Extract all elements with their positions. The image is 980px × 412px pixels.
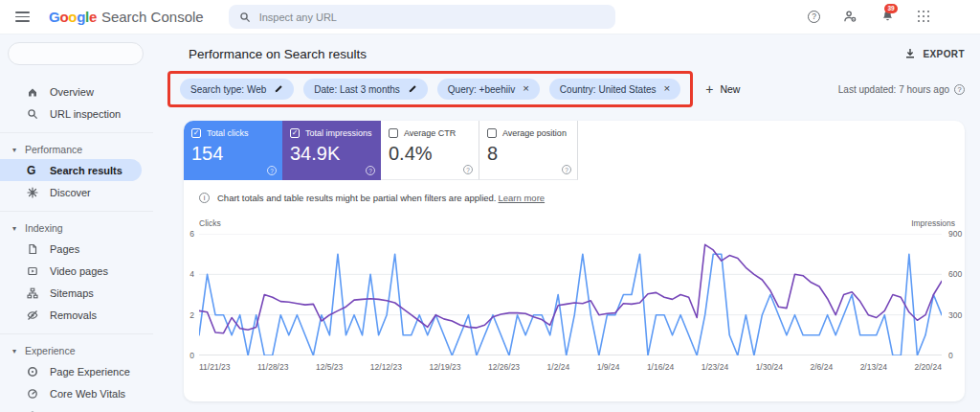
- filter-chip-date[interactable]: Date: Last 3 months: [303, 79, 428, 100]
- notifications-bell-icon[interactable]: 39: [880, 10, 895, 24]
- y-axis-tick-left: 6: [189, 230, 194, 239]
- x-axis-tick: 11/28/23: [257, 362, 288, 372]
- sidebar-item-url-inspection[interactable]: URL inspection: [0, 103, 153, 125]
- new-filter-button[interactable]: + New: [705, 82, 740, 96]
- metric-value: 34.9K: [290, 143, 373, 165]
- apps-grid-icon[interactable]: [918, 11, 930, 23]
- sidebar-section-indexing[interactable]: ▾ Indexing: [0, 218, 153, 238]
- y-axis-tick-left: 2: [189, 310, 194, 319]
- sidebar-item-removals[interactable]: Removals: [0, 304, 153, 326]
- metric-tile-total-impressions[interactable]: ✓Total impressions 34.9K ?: [282, 121, 381, 180]
- y-axis-tick-right: 0: [948, 352, 953, 360]
- annotation-highlight-box: Search type: Web Date: Last 3 months Que…: [167, 71, 693, 107]
- y-axis-tick-right: 300: [948, 310, 962, 319]
- magnifier-icon: [27, 108, 39, 120]
- property-selector[interactable]: [8, 42, 144, 65]
- pencil-icon[interactable]: [408, 84, 417, 94]
- x-axis-tick: 12/19/23: [429, 362, 460, 372]
- page-title: Performance on Search results: [189, 47, 367, 61]
- product-name: Search Console: [101, 9, 204, 25]
- divider: [0, 211, 153, 212]
- y-axis-tick-right: 600: [948, 270, 962, 279]
- filter-chip-search-type[interactable]: Search type: Web: [180, 79, 294, 100]
- filter-chip-query[interactable]: Query: +beehiiv ×: [437, 79, 540, 100]
- checkbox-unchecked-icon[interactable]: [487, 128, 497, 138]
- sidebar-section-performance[interactable]: ▾ Performance: [0, 140, 153, 159]
- section-label: Indexing: [25, 222, 63, 234]
- divider: [0, 132, 153, 133]
- x-axis-tick: 12/5/23: [316, 362, 343, 372]
- sidebar-item-https[interactable]: HTTPS: [0, 404, 153, 412]
- chart-plot-area[interactable]: 64209006003000: [199, 234, 942, 355]
- info-icon[interactable]: ?: [954, 84, 965, 95]
- x-axis-tick: 1/30/24: [756, 362, 783, 372]
- divider: [0, 333, 153, 334]
- x-axis-tick: 2/6/24: [811, 362, 834, 372]
- checkbox-checked-icon[interactable]: ✓: [290, 128, 300, 138]
- x-axis-tick: 1/9/24: [597, 362, 620, 372]
- learn-more-link[interactable]: Learn more: [499, 193, 546, 203]
- info-icon: i: [199, 193, 210, 203]
- sidebar-item-label: Sitemaps: [50, 287, 94, 299]
- app-logo[interactable]: Google Search Console: [49, 9, 204, 25]
- sidebar-item-sitemaps[interactable]: Sitemaps: [0, 282, 153, 304]
- last-updated-text: Last updated: 7 hours ago ?: [838, 84, 965, 95]
- help-icon[interactable]: ?: [808, 11, 820, 23]
- sidebar-item-label: Pages: [50, 243, 79, 255]
- help-icon[interactable]: ?: [267, 166, 277, 175]
- y-axis-tick-right: 900: [948, 230, 962, 239]
- x-axis-labels: 11/21/2311/28/2312/5/2312/12/2312/19/231…: [199, 362, 942, 372]
- sidebar-item-label: Removals: [50, 309, 97, 321]
- metric-tile-average-position[interactable]: Average position 8 ?: [479, 121, 578, 180]
- checkbox-unchecked-icon[interactable]: [389, 128, 398, 138]
- close-icon[interactable]: ×: [523, 83, 529, 95]
- url-inspect-input[interactable]: Inspect any URL: [229, 5, 615, 29]
- sidebar-item-label: Video pages: [50, 265, 108, 277]
- close-icon[interactable]: ×: [663, 83, 670, 95]
- sidebar-item-video-pages[interactable]: Video pages: [0, 260, 153, 282]
- performance-chart: Clicks Impressions 64209006003000 11/21/…: [199, 218, 942, 372]
- main-content: Performance on Search results EXPORT Sea…: [153, 34, 980, 412]
- x-axis-tick: 11/21/23: [199, 362, 230, 372]
- hamburger-menu-icon[interactable]: [15, 11, 30, 22]
- help-icon[interactable]: ?: [562, 165, 571, 174]
- metric-tile-total-clicks[interactable]: ✓Total clicks 154 ?: [184, 121, 282, 180]
- google-g-icon: G: [27, 164, 39, 177]
- video-icon: [27, 265, 39, 277]
- left-axis-title: Clicks: [199, 218, 221, 228]
- export-button[interactable]: EXPORT: [904, 48, 965, 59]
- google-logo: Google: [49, 9, 97, 25]
- sidebar-item-core-web-vitals[interactable]: Core Web Vitals: [0, 382, 153, 404]
- metric-value: 154: [191, 143, 275, 165]
- sidebar-item-overview[interactable]: Overview: [0, 80, 153, 103]
- home-icon: [27, 86, 39, 98]
- y-axis-tick-left: 0: [189, 352, 194, 360]
- metric-tile-average-ctr[interactable]: Average CTR 0.4% ?: [381, 121, 479, 180]
- sidebar-item-pages[interactable]: Pages: [0, 238, 153, 260]
- sidebar-section-experience[interactable]: ▾ Experience: [0, 341, 153, 360]
- chevron-down-icon: ▾: [12, 347, 16, 355]
- x-axis-tick: 1/2/24: [547, 362, 570, 372]
- help-icon[interactable]: ?: [366, 166, 375, 175]
- notification-count-badge: 39: [884, 4, 898, 13]
- metric-value: 8: [487, 143, 569, 165]
- top-app-bar: Google Search Console Inspect any URL ? …: [0, 0, 980, 34]
- sidebar-item-discover[interactable]: Discover: [0, 181, 153, 203]
- sidebar-item-page-experience[interactable]: Page Experience: [0, 360, 153, 382]
- pencil-icon[interactable]: [274, 84, 283, 94]
- x-axis-tick: 2/13/24: [860, 362, 887, 372]
- partial-data-notice: i Chart totals and table results might b…: [184, 180, 965, 203]
- chart-canvas: [199, 234, 942, 355]
- sidebar-item-search-results[interactable]: G Search results: [0, 159, 142, 181]
- metric-value: 0.4%: [389, 143, 471, 165]
- checkbox-checked-icon[interactable]: ✓: [191, 128, 201, 138]
- sidebar-item-label: Search results: [50, 165, 122, 176]
- user-settings-icon[interactable]: [843, 10, 858, 24]
- x-axis-tick: 1/23/24: [702, 362, 728, 372]
- chevron-down-icon: ▾: [12, 224, 16, 233]
- search-icon: [239, 11, 251, 23]
- filter-chip-country[interactable]: Country: United States ×: [549, 79, 680, 100]
- sitemap-icon: [27, 287, 39, 299]
- help-icon[interactable]: ?: [463, 165, 473, 174]
- sidebar-item-label: Overview: [50, 86, 94, 98]
